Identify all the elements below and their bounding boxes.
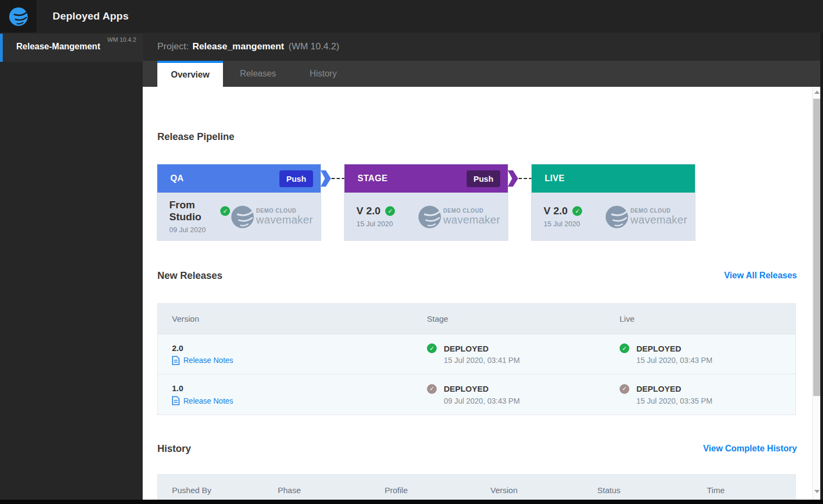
live-status-check-icon: ✓ xyxy=(620,384,629,394)
stage-card-header: STAGE Push xyxy=(344,164,508,193)
live-date: 15 Jul 2020 xyxy=(544,220,582,228)
qa-card-header: QA Push xyxy=(157,164,321,193)
stage-status-check-icon: ✓ xyxy=(427,384,437,394)
new-releases-table: Version Stage Live 2.0 Release Notes xyxy=(157,303,796,415)
stage-status-check-icon: ✓ xyxy=(427,343,437,353)
tabs-bar: Overview Releases History xyxy=(143,61,823,87)
stage-push-button[interactable]: Push xyxy=(467,170,500,187)
column-phase: Phase xyxy=(264,486,371,495)
qa-card-body: From Studio ✓ 09 Jul 2020 xyxy=(157,193,321,240)
stage-stage-name: STAGE xyxy=(358,174,387,183)
column-stage: Stage xyxy=(427,314,620,323)
live-card-header: LIVE xyxy=(532,164,695,193)
window-right-edge xyxy=(820,33,823,504)
column-version: Version xyxy=(158,314,427,323)
column-profile: Profile xyxy=(371,486,476,495)
main-content: Release Pipeline QA Push From Studio ✓ xyxy=(143,87,812,500)
release-notes-link[interactable]: Release Notes xyxy=(172,396,427,405)
qa-push-button[interactable]: Push xyxy=(279,170,313,187)
topbar: Deployed Apps xyxy=(0,0,823,33)
qa-stage-connector xyxy=(331,178,345,179)
stage-status-time: 09 Jul 2020, 03:43 PM xyxy=(444,397,620,405)
qa-version: From Studio xyxy=(169,199,215,223)
stage-status: DEPLOYED xyxy=(444,384,489,393)
sidebar-item-release-management[interactable]: WM 10.4.2 Release-Mangement xyxy=(0,34,143,62)
new-releases-title: New Releases xyxy=(157,270,222,282)
stage-status-time: 15 Jul 2020, 03:41 PM xyxy=(444,356,620,365)
scroll-up-arrow-icon[interactable] xyxy=(814,91,820,94)
tab-releases[interactable]: Releases xyxy=(223,61,293,87)
pipeline-card-live: LIVE V 2.0 ✓ 15 Jul 2020 xyxy=(532,164,695,240)
qa-stage-name: QA xyxy=(170,174,184,183)
demo-cloud-logo: DEMO CLOUD wavemaker xyxy=(230,204,313,229)
app-window: Deployed Apps WM 10.4.2 Release-Mangemen… xyxy=(0,0,823,504)
tab-overview[interactable]: Overview xyxy=(157,61,223,87)
stage-card-body: V 2.0 ✓ 15 Jul 2020 DEMO C xyxy=(344,193,508,240)
scrollbar-thumb[interactable] xyxy=(813,99,820,396)
view-all-releases-link[interactable]: View All Releases xyxy=(724,271,797,280)
scroll-down-arrow-icon[interactable] xyxy=(814,490,820,493)
wavemaker-label: wavemaker xyxy=(256,214,313,225)
project-version: (WM 10.4.2) xyxy=(289,41,340,52)
view-complete-history-link[interactable]: View Complete History xyxy=(703,444,797,454)
release-version: 1.0 xyxy=(172,384,427,393)
project-header: Project: Release_mangement (WM 10.4.2) xyxy=(143,33,823,61)
wavemaker-wave-icon xyxy=(230,204,255,229)
tab-history[interactable]: History xyxy=(293,61,354,87)
window-bottom-edge xyxy=(0,500,823,504)
project-name: Release_mangement xyxy=(193,41,284,52)
stage-status: DEPLOYED xyxy=(444,344,489,353)
stage-live-connector xyxy=(519,178,532,179)
release-version: 2.0 xyxy=(172,343,427,353)
history-table: Pushed By Phase Profile Version Status T… xyxy=(157,474,796,500)
live-stage-name: LIVE xyxy=(545,174,565,183)
release-notes-link[interactable]: Release Notes xyxy=(172,356,427,365)
table-row: 2.0 Release Notes ✓ DEPLOYED xyxy=(158,334,795,374)
release-notes-label: Release Notes xyxy=(183,356,233,365)
live-status: DEPLOYED xyxy=(636,384,681,393)
demo-cloud-label: DEMO CLOUD xyxy=(630,208,687,214)
document-icon xyxy=(172,396,180,405)
vertical-scrollbar xyxy=(812,87,820,500)
wavemaker-wave-icon xyxy=(417,204,442,229)
pipeline-card-stage: STAGE Push V 2.0 ✓ 15 Jul 2020 xyxy=(344,164,508,240)
column-version: Version xyxy=(476,486,583,495)
live-status: DEPLOYED xyxy=(636,344,681,353)
stage-arrow-icon xyxy=(508,170,518,187)
column-pushed-by: Pushed By xyxy=(158,486,264,495)
live-version: V 2.0 xyxy=(544,205,567,217)
wavemaker-label: wavemaker xyxy=(630,214,687,225)
qa-date: 09 Jul 2020 xyxy=(169,226,230,234)
demo-cloud-label: DEMO CLOUD xyxy=(443,208,500,214)
history-title: History xyxy=(157,443,191,455)
demo-cloud-logo: DEMO CLOUD wavemaker xyxy=(417,204,500,229)
wavemaker-wave-icon xyxy=(604,204,629,229)
new-releases-table-header: Version Stage Live xyxy=(158,304,795,334)
document-icon xyxy=(172,356,180,365)
table-row: 1.0 Release Notes ✓ DEPLOYED xyxy=(158,374,795,414)
stage-check-icon: ✓ xyxy=(385,206,395,216)
live-status-check-icon: ✓ xyxy=(620,343,629,353)
project-label: Project: xyxy=(157,41,189,52)
sidebar: WM 10.4.2 Release-Mangement xyxy=(0,33,143,500)
live-card-body: V 2.0 ✓ 15 Jul 2020 DEMO C xyxy=(532,193,695,240)
history-table-header: Pushed By Phase Profile Version Status T… xyxy=(158,475,795,500)
qa-arrow-icon xyxy=(321,170,331,187)
qa-check-icon: ✓ xyxy=(220,206,230,216)
live-status-time: 15 Jul 2020, 03:35 PM xyxy=(636,397,795,405)
stage-date: 15 Jul 2020 xyxy=(356,220,395,228)
sidebar-item-label: Release-Mangement xyxy=(16,42,136,52)
column-time: Time xyxy=(693,486,795,495)
pipeline-card-qa: QA Push From Studio ✓ 09 Jul 2020 xyxy=(157,164,321,240)
wavemaker-label: wavemaker xyxy=(443,214,500,225)
pipeline-cards: QA Push From Studio ✓ 09 Jul 2020 xyxy=(157,164,695,240)
live-status-time: 15 Jul 2020, 03:43 PM xyxy=(636,356,795,365)
wavemaker-wave-icon xyxy=(8,6,29,27)
column-live: Live xyxy=(620,314,795,323)
demo-cloud-label: DEMO CLOUD xyxy=(256,208,313,214)
stage-version: V 2.0 xyxy=(356,205,380,217)
demo-cloud-logo: DEMO CLOUD wavemaker xyxy=(604,204,687,229)
column-status: Status xyxy=(583,486,693,495)
release-pipeline-title: Release Pipeline xyxy=(157,131,234,143)
wavemaker-logo xyxy=(0,0,36,33)
